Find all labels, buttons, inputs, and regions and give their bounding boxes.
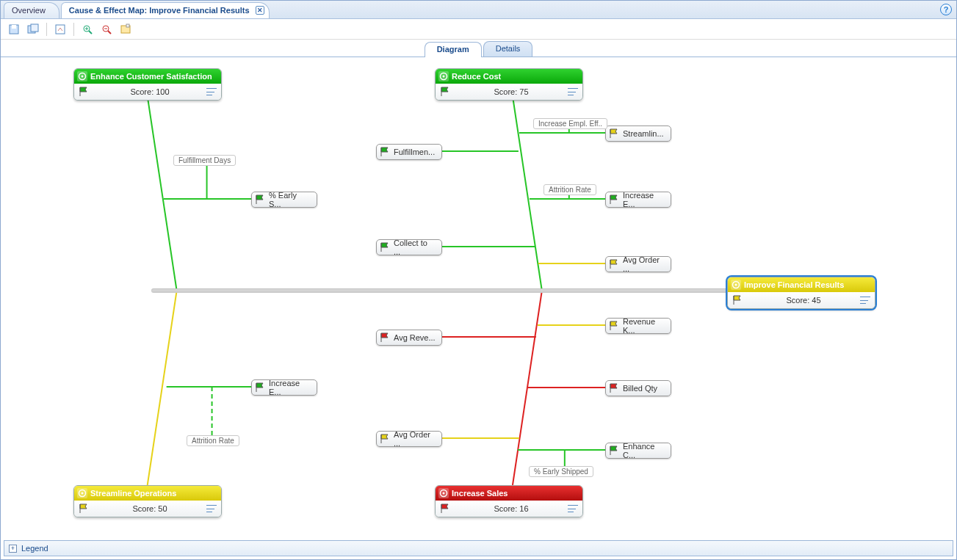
pill-label: Streamlin... — [623, 129, 664, 138]
card-menu-icon[interactable] — [568, 88, 578, 95]
axis-bar — [151, 288, 732, 293]
bubble-increase-empl-eff: Increase Empl. Eff.. — [533, 118, 607, 129]
svg-rect-13 — [56, 25, 65, 34]
pill-label: Enhance C... — [623, 442, 665, 459]
pill-revenue-k[interactable]: Revenue K... — [605, 318, 671, 334]
flag-icon — [609, 259, 619, 269]
zoom-in-button[interactable] — [80, 22, 95, 37]
card-increase-sales[interactable]: Increase Sales Score: 16 — [435, 485, 583, 517]
pill-avg-order-right[interactable]: Avg Order ... — [605, 256, 671, 272]
pill-billed-qty[interactable]: Billed Qty — [605, 380, 671, 396]
toolbar-separator — [46, 23, 47, 36]
pill-label: Revenue K... — [623, 317, 665, 335]
gear-icon — [77, 488, 87, 498]
flag-icon — [380, 242, 390, 252]
pill-collect-to[interactable]: Collect to ... — [376, 239, 442, 255]
tab-map-label: Cause & Effect Map: Improve Financial Re… — [69, 6, 250, 15]
card-title: Improve Financial Results — [744, 280, 844, 289]
pill-label: Fulfillmen... — [394, 148, 435, 156]
card-menu-icon[interactable] — [568, 505, 578, 512]
flag-icon — [255, 194, 265, 205]
flag-icon — [380, 147, 390, 157]
bubble-attrition-rate-2: Attrition Rate — [187, 435, 239, 446]
legend-label: Legend — [21, 544, 48, 553]
card-title: Streamline Operations — [90, 489, 176, 498]
card-enhance-customer[interactable]: Enhance Customer Satisfaction Score: 100 — [73, 68, 222, 101]
pill-label: Avg Reve... — [394, 333, 436, 342]
flag-icon — [440, 87, 450, 97]
toolbar-separator — [73, 23, 74, 36]
card-reduce-cost[interactable]: Reduce Cost Score: 75 — [435, 68, 583, 101]
pill-label: Increase E... — [623, 191, 665, 208]
top-tab-bar: Overview Cause & Effect Map: Improve Fin… — [1, 1, 956, 19]
card-menu-icon[interactable] — [860, 297, 870, 304]
bubble-attrition-rate-1: Attrition Rate — [543, 184, 596, 195]
save-button[interactable] — [7, 22, 21, 37]
flag-icon — [79, 87, 89, 97]
pill-enhance-c[interactable]: Enhance C... — [605, 443, 671, 459]
svg-rect-15 — [126, 24, 129, 27]
legend-bar[interactable]: + Legend — [4, 540, 953, 556]
save-as-button[interactable] — [26, 22, 40, 37]
flag-icon — [609, 446, 619, 456]
pill-increase-e-right[interactable]: Increase E... — [605, 192, 671, 208]
pill-label: Avg Order ... — [394, 430, 436, 448]
tab-details[interactable]: Details — [483, 41, 533, 57]
pill-fulfillmen[interactable]: Fulfillmen... — [376, 144, 442, 160]
pill-streamlin[interactable]: Streamlin... — [605, 126, 671, 142]
card-improve-financial-results[interactable]: Improve Financial Results Score: 45 — [727, 277, 875, 309]
gear-icon — [77, 71, 87, 81]
export-button[interactable] — [53, 22, 68, 37]
bubble-fulfillment-days: Fulfillment Days — [173, 155, 236, 166]
card-title: Reduce Cost — [452, 72, 501, 81]
gear-icon — [438, 71, 449, 81]
toolbar — [1, 19, 956, 40]
score-label: Score: 16 — [455, 504, 568, 513]
flag-icon — [609, 383, 619, 393]
svg-rect-10 — [12, 25, 16, 29]
flag-icon — [380, 332, 390, 343]
pill-label: Increase E... — [269, 379, 311, 396]
flag-icon — [440, 503, 450, 514]
pill-avg-reve[interactable]: Avg Reve... — [376, 330, 442, 346]
score-label: Score: 50 — [93, 504, 206, 513]
flag-icon — [255, 382, 265, 393]
flag-icon — [732, 295, 743, 305]
pill-label: Collect to ... — [394, 239, 436, 256]
help-icon[interactable]: ? — [940, 4, 952, 15]
expand-legend-icon[interactable]: + — [9, 545, 17, 553]
flag-icon — [609, 128, 619, 139]
zoom-out-button[interactable] — [99, 22, 114, 37]
pill-early-s[interactable]: % Early S... — [251, 192, 317, 208]
pill-label: Avg Order ... — [623, 255, 665, 273]
score-label: Score: 45 — [747, 296, 860, 305]
options-button[interactable] — [118, 22, 133, 37]
pill-label: Billed Qty — [623, 384, 657, 393]
tab-cause-effect-map[interactable]: Cause & Effect Map: Improve Financial Re… — [61, 2, 270, 18]
pill-increase-e-left[interactable]: Increase E... — [251, 379, 317, 396]
close-tab-icon[interactable]: ✕ — [256, 6, 264, 15]
flag-icon — [609, 194, 619, 205]
flag-icon — [79, 503, 89, 514]
pill-label: % Early S... — [269, 191, 311, 208]
pill-avg-order-left[interactable]: Avg Order ... — [376, 431, 442, 447]
score-label: Score: 100 — [93, 87, 206, 96]
card-menu-icon[interactable] — [206, 505, 217, 512]
score-label: Score: 75 — [455, 87, 568, 96]
tab-overview[interactable]: Overview — [4, 2, 59, 18]
gear-icon — [438, 488, 449, 498]
svg-rect-12 — [31, 24, 38, 32]
flag-icon — [609, 321, 619, 331]
card-streamline-operations[interactable]: Streamline Operations Score: 50 — [73, 485, 222, 517]
tab-diagram[interactable]: Diagram — [425, 42, 482, 57]
diagram-canvas[interactable]: Enhance Customer Satisfaction Score: 100… — [4, 59, 953, 530]
content-tab-bar: Diagram Details — [1, 40, 956, 57]
bubble-pct-early-shipped: % Early Shipped — [529, 466, 593, 477]
card-title: Enhance Customer Satisfaction — [90, 72, 212, 81]
gear-icon — [731, 280, 741, 290]
card-menu-icon[interactable] — [206, 88, 217, 95]
flag-icon — [380, 434, 390, 444]
tab-overview-label: Overview — [12, 6, 46, 15]
card-title: Increase Sales — [452, 489, 508, 498]
